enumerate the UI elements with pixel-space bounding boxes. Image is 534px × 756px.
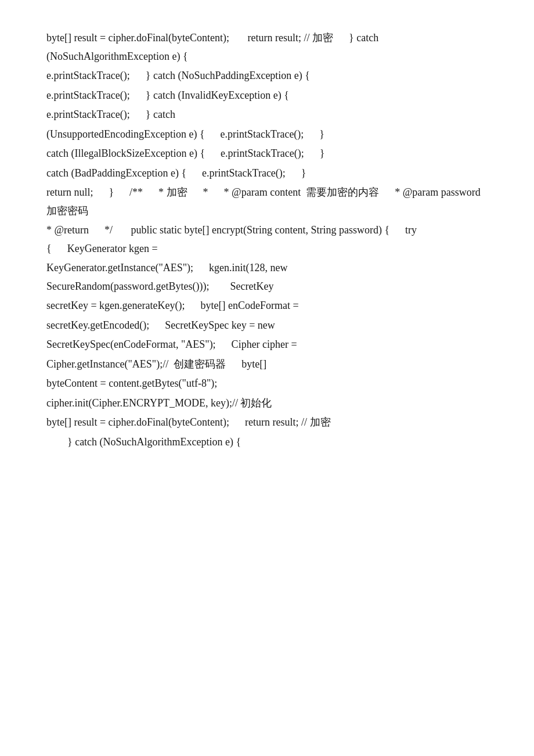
- code-line-16: cipher.init(Cipher.ENCRYPT_MODE, key);//…: [46, 394, 488, 413]
- code-block: byte[] result = cipher.doFinal(byteConte…: [46, 29, 488, 451]
- code-line-8: return null; } /** * 加密 * * @param conte…: [46, 183, 488, 220]
- code-line-11: secretKey = kgen.generateKey(); byte[] e…: [46, 297, 488, 315]
- code-line-1: byte[] result = cipher.doFinal(byteConte…: [46, 29, 488, 66]
- code-line-15: byteContent = content.getBytes("utf-8");: [46, 375, 488, 393]
- code-line-5: (UnsupportedEncodingException e) { e.pri…: [46, 125, 488, 144]
- code-line-17: byte[] result = cipher.doFinal(byteConte…: [46, 413, 488, 432]
- code-line-14: Cipher.getInstance("AES");// 创建密码器 byte[…: [46, 355, 488, 374]
- code-line-2: e.printStackTrace(); } catch (NoSuchPadd…: [46, 67, 488, 85]
- code-line-6: catch (IllegalBlockSizeException e) { e.…: [46, 145, 488, 163]
- code-line-18: } catch (NoSuchAlgorithmException e) {: [46, 433, 488, 452]
- code-line-7: catch (BadPaddingException e) { e.printS…: [46, 164, 488, 183]
- code-line-10: KeyGenerator.getInstance("AES"); kgen.in…: [46, 259, 488, 296]
- code-line-13: SecretKeySpec(enCodeFormat, "AES"); Ciph…: [46, 336, 488, 354]
- code-line-3: e.printStackTrace(); } catch (InvalidKey…: [46, 87, 488, 105]
- code-line-12: secretKey.getEncoded(); SecretKeySpec ke…: [46, 316, 488, 335]
- code-line-4: e.printStackTrace(); } catch: [46, 106, 488, 124]
- code-line-9: * @return */ public static byte[] encryp…: [46, 221, 488, 258]
